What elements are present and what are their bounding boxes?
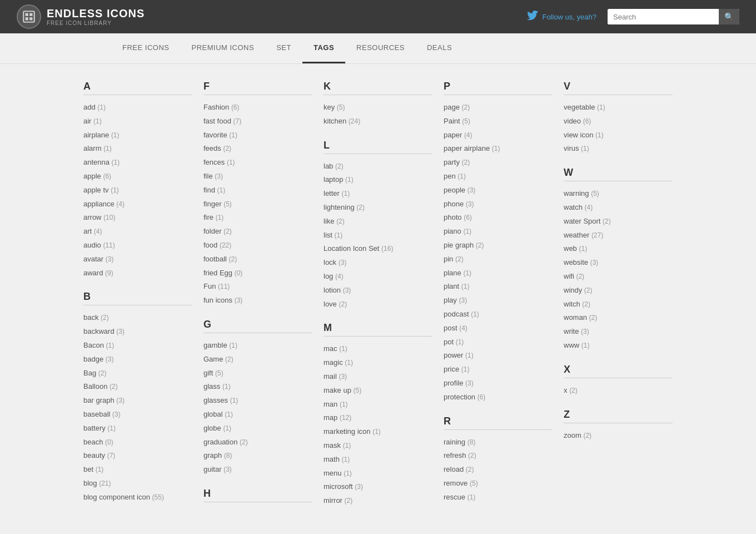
tag-link[interactable]: globe (1)	[203, 424, 231, 432]
tag-link[interactable]: antenna (1)	[83, 158, 120, 166]
tag-link[interactable]: glasses (1)	[203, 396, 238, 404]
tag-link[interactable]: raining (8)	[444, 438, 475, 446]
tag-link[interactable]: menu (1)	[324, 469, 352, 477]
tag-link[interactable]: man (1)	[324, 400, 348, 408]
tag-link[interactable]: baseball (3)	[83, 410, 121, 418]
tag-link[interactable]: magic (1)	[324, 358, 353, 367]
tag-link[interactable]: price (1)	[444, 365, 469, 373]
tag-link[interactable]: back (2)	[83, 313, 109, 322]
tag-link[interactable]: paper airplane (1)	[444, 144, 500, 152]
nav-item-free-icons[interactable]: FREE ICONS	[111, 33, 180, 63]
search-input[interactable]	[608, 9, 719, 24]
tag-link[interactable]: Paint (5)	[444, 117, 470, 125]
tag-link[interactable]: Fun (11)	[203, 282, 230, 290]
tag-link[interactable]: vegetable (1)	[564, 103, 605, 111]
tag-link[interactable]: microsoft (3)	[324, 482, 363, 491]
tag-link[interactable]: fire (1)	[203, 213, 223, 221]
tag-link[interactable]: woman (2)	[564, 313, 597, 322]
tag-link[interactable]: reload (2)	[444, 465, 474, 473]
tag-link[interactable]: laptop (1)	[324, 175, 354, 184]
tag-link[interactable]: plane (1)	[444, 269, 471, 277]
tag-link[interactable]: people (3)	[444, 186, 475, 194]
tag-link[interactable]: like (2)	[324, 217, 345, 225]
tag-link[interactable]: fences (1)	[203, 158, 235, 166]
nav-item-tags[interactable]: TAGS	[302, 33, 345, 63]
tag-link[interactable]: add (1)	[83, 103, 106, 111]
tag-link[interactable]: zoom (2)	[564, 431, 591, 439]
tag-link[interactable]: web (1)	[564, 244, 587, 253]
tag-link[interactable]: Location Icon Set (16)	[324, 244, 393, 253]
tag-link[interactable]: wifi (2)	[564, 272, 584, 280]
tag-link[interactable]: apple tv (1)	[83, 186, 119, 194]
tag-link[interactable]: podcast (1)	[444, 310, 479, 318]
tag-link[interactable]: fried Egg (0)	[203, 269, 242, 277]
tag-link[interactable]: video (6)	[564, 117, 591, 125]
tag-link[interactable]: badge (3)	[83, 355, 113, 363]
tag-link[interactable]: pie graph (2)	[444, 241, 484, 249]
tag-link[interactable]: backward (3)	[83, 327, 125, 335]
tag-link[interactable]: log (4)	[324, 272, 344, 280]
tag-link[interactable]: kitchen (24)	[324, 117, 360, 125]
tag-link[interactable]: math (1)	[324, 455, 350, 463]
tag-link[interactable]: view icon (1)	[564, 131, 604, 139]
tag-link[interactable]: marketing icon (1)	[324, 427, 381, 436]
tag-link[interactable]: profile (3)	[444, 379, 474, 387]
tag-link[interactable]: list (1)	[324, 231, 342, 239]
tag-link[interactable]: fun icons (3)	[203, 296, 242, 304]
tag-link[interactable]: Bag (2)	[83, 369, 106, 377]
tag-link[interactable]: beach (0)	[83, 438, 113, 446]
tag-link[interactable]: appliance (4)	[83, 200, 125, 208]
tag-link[interactable]: website (3)	[564, 258, 598, 266]
tag-link[interactable]: remove (5)	[444, 479, 478, 487]
tag-link[interactable]: air (1)	[83, 117, 102, 125]
tag-link[interactable]: post (4)	[444, 324, 467, 332]
tag-link[interactable]: graduation (2)	[203, 438, 248, 446]
nav-item-resources[interactable]: RESOURCES	[345, 33, 416, 63]
tag-link[interactable]: map (12)	[324, 413, 351, 422]
tag-link[interactable]: lotion (3)	[324, 286, 351, 294]
tag-link[interactable]: Bacon (1)	[83, 341, 114, 349]
tag-link[interactable]: gift (5)	[203, 369, 223, 377]
tag-link[interactable]: fast food (7)	[203, 117, 241, 125]
tag-link[interactable]: find (1)	[203, 186, 225, 194]
tag-link[interactable]: rescue (1)	[444, 493, 475, 501]
nav-item-deals[interactable]: DEALS	[416, 33, 463, 63]
tag-link[interactable]: arrow (10)	[83, 213, 115, 221]
tag-link[interactable]: power (1)	[444, 351, 474, 359]
tag-link[interactable]: bet (1)	[83, 465, 103, 473]
tag-link[interactable]: feeds (2)	[203, 144, 231, 152]
tag-link[interactable]: mac (1)	[324, 344, 347, 353]
tag-link[interactable]: beauty (7)	[83, 451, 115, 459]
tag-link[interactable]: pot (1)	[444, 338, 464, 346]
tag-link[interactable]: www (1)	[564, 341, 589, 349]
tag-link[interactable]: windy (2)	[564, 286, 593, 294]
tag-link[interactable]: lab (2)	[324, 162, 344, 170]
tag-link[interactable]: blog component icon (55)	[83, 493, 164, 501]
tag-link[interactable]: water Sport (2)	[564, 217, 611, 225]
tag-link[interactable]: witch (2)	[564, 300, 590, 308]
tag-link[interactable]: apple (6)	[83, 172, 111, 180]
tag-link[interactable]: lightening (2)	[324, 203, 365, 211]
tag-link[interactable]: lock (3)	[324, 258, 346, 266]
tag-link[interactable]: art (4)	[83, 227, 102, 235]
tag-link[interactable]: piano (1)	[444, 227, 471, 235]
tag-link[interactable]: letter (1)	[324, 189, 350, 197]
tag-link[interactable]: bar graph (3)	[83, 396, 125, 404]
tag-link[interactable]: phone (3)	[444, 200, 474, 208]
tag-link[interactable]: page (2)	[444, 103, 470, 111]
tag-link[interactable]: paper (4)	[444, 131, 472, 139]
tag-link[interactable]: plant (1)	[444, 282, 469, 290]
tag-link[interactable]: key (5)	[324, 103, 345, 111]
tag-link[interactable]: watch (4)	[564, 203, 593, 211]
tag-link[interactable]: mirror (2)	[324, 496, 352, 505]
tag-link[interactable]: alarm (1)	[83, 144, 112, 152]
tag-link[interactable]: audio (11)	[83, 241, 115, 249]
tag-link[interactable]: graph (8)	[203, 451, 232, 459]
tag-link[interactable]: favorite (1)	[203, 131, 237, 139]
tag-link[interactable]: airplane (1)	[83, 131, 120, 139]
twitter-follow-link[interactable]: Follow us, yeah?	[526, 11, 596, 23]
tag-link[interactable]: pen (1)	[444, 172, 466, 180]
tag-link[interactable]: battery (1)	[83, 424, 116, 432]
tag-link[interactable]: avatar (3)	[83, 255, 113, 263]
tag-link[interactable]: finger (5)	[203, 200, 232, 208]
